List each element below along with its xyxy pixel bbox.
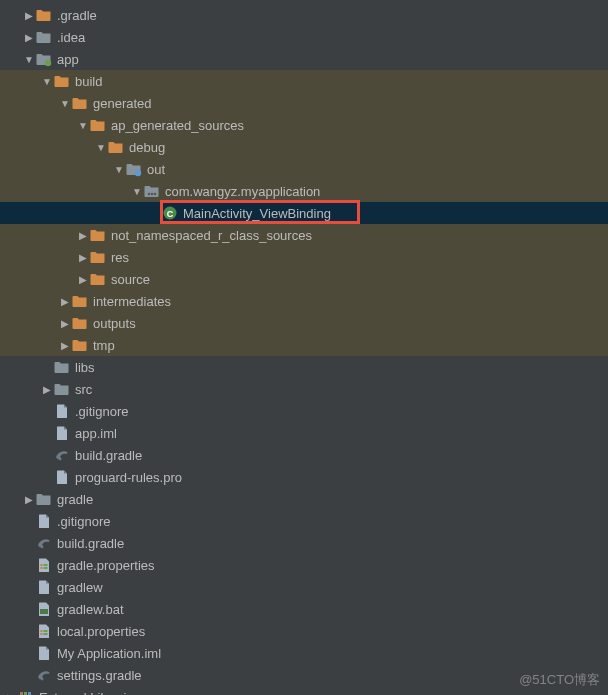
tree-item-label: settings.gradle	[57, 668, 142, 683]
tree-item-label: gradlew	[57, 580, 103, 595]
tree-item[interactable]: libs	[0, 356, 608, 378]
tree-item[interactable]: ▶.idea	[0, 26, 608, 48]
folder-orange-icon	[90, 117, 106, 133]
chevron-down-icon[interactable]: ▼	[58, 98, 72, 109]
folder-module-icon	[36, 51, 52, 67]
gradle-icon	[54, 447, 70, 463]
tree-item[interactable]: ▶tmp	[0, 334, 608, 356]
chevron-right-icon[interactable]: ▶	[4, 692, 18, 696]
chevron-down-icon[interactable]: ▼	[40, 76, 54, 87]
tree-item[interactable]: build.gradle	[0, 444, 608, 466]
svg-point-1	[135, 170, 141, 176]
folder-orange-icon	[72, 337, 88, 353]
project-tree: ▶.gradle▶.idea▼app▼build▼generated▼ap_ge…	[0, 0, 608, 695]
tree-item-label: src	[75, 382, 92, 397]
tree-item[interactable]: app.iml	[0, 422, 608, 444]
tree-item[interactable]: settings.gradle	[0, 664, 608, 686]
tree-item-label: build.gradle	[57, 536, 124, 551]
tree-item[interactable]: ▼generated	[0, 92, 608, 114]
chevron-down-icon[interactable]: ▼	[76, 120, 90, 131]
tree-item[interactable]: gradle.properties	[0, 554, 608, 576]
tree-item-label: MainActivity_ViewBinding	[183, 206, 331, 221]
file-bat-icon	[36, 601, 52, 617]
chevron-down-icon[interactable]: ▼	[130, 186, 144, 197]
watermark: @51CTO博客	[519, 671, 600, 689]
folder-orange-icon	[90, 249, 106, 265]
tree-item[interactable]: ▶.gradle	[0, 4, 608, 26]
tree-item[interactable]: ▶intermediates	[0, 290, 608, 312]
svg-rect-7	[41, 564, 43, 566]
tree-item[interactable]: ▼com.wangyz.myapplication	[0, 180, 608, 202]
chevron-right-icon[interactable]: ▶	[76, 230, 90, 241]
tree-item[interactable]: ▶source	[0, 268, 608, 290]
file-icon	[36, 513, 52, 529]
chevron-down-icon[interactable]: ▼	[22, 54, 36, 65]
tree-item-label: .gitignore	[75, 404, 128, 419]
tree-item[interactable]: ▼ap_generated_sources	[0, 114, 608, 136]
tree-item-label: not_namespaced_r_class_sources	[111, 228, 312, 243]
folder-gray-icon	[36, 29, 52, 45]
tree-item[interactable]: ▼build	[0, 70, 608, 92]
chevron-right-icon[interactable]: ▶	[22, 32, 36, 43]
tree-item[interactable]: .gitignore	[0, 400, 608, 422]
chevron-right-icon[interactable]: ▶	[58, 340, 72, 351]
folder-orange-icon	[90, 271, 106, 287]
tree-item-label: debug	[129, 140, 165, 155]
svg-point-3	[151, 193, 154, 196]
svg-point-2	[148, 193, 151, 196]
gradle-icon	[36, 667, 52, 683]
tree-item[interactable]: local.properties	[0, 620, 608, 642]
tree-item[interactable]: ▶External Libraries	[0, 686, 608, 695]
tree-item-label: ap_generated_sources	[111, 118, 244, 133]
folder-source-icon	[126, 161, 142, 177]
tree-item[interactable]: ▶outputs	[0, 312, 608, 334]
file-icon	[36, 645, 52, 661]
tree-item[interactable]: ▶src	[0, 378, 608, 400]
tree-item-label: local.properties	[57, 624, 145, 639]
chevron-right-icon[interactable]: ▶	[40, 384, 54, 395]
chevron-right-icon[interactable]: ▶	[76, 252, 90, 263]
chevron-right-icon[interactable]: ▶	[22, 494, 36, 505]
folder-orange-icon	[90, 227, 106, 243]
chevron-right-icon[interactable]: ▶	[58, 296, 72, 307]
folder-orange-icon	[36, 7, 52, 23]
tree-item[interactable]: ▼debug	[0, 136, 608, 158]
tree-item[interactable]: ▶not_namespaced_r_class_sources	[0, 224, 608, 246]
svg-point-4	[154, 193, 157, 196]
tree-item-label: source	[111, 272, 150, 287]
svg-rect-11	[40, 609, 48, 614]
tree-item-label: res	[111, 250, 129, 265]
tree-item-label: com.wangyz.myapplication	[165, 184, 320, 199]
chevron-down-icon[interactable]: ▼	[94, 142, 108, 153]
chevron-right-icon[interactable]: ▶	[58, 318, 72, 329]
tree-item[interactable]: proguard-rules.pro	[0, 466, 608, 488]
tree-item[interactable]: ▼app	[0, 48, 608, 70]
folder-gray-icon	[54, 359, 70, 375]
tree-item[interactable]: build.gradle	[0, 532, 608, 554]
tree-item-label: .gradle	[57, 8, 97, 23]
tree-item-label: External Libraries	[39, 690, 140, 696]
chevron-right-icon[interactable]: ▶	[22, 10, 36, 21]
svg-rect-15	[44, 633, 48, 635]
tree-item[interactable]: .gitignore	[0, 510, 608, 532]
tree-item-label: build	[75, 74, 102, 89]
tree-item[interactable]: ▶res	[0, 246, 608, 268]
tree-item-label: tmp	[93, 338, 115, 353]
chevron-right-icon[interactable]: ▶	[76, 274, 90, 285]
tree-item[interactable]: CMainActivity_ViewBinding	[0, 202, 608, 224]
chevron-down-icon[interactable]: ▼	[112, 164, 126, 175]
class-icon: C	[162, 205, 178, 221]
file-icon	[54, 469, 70, 485]
tree-item[interactable]: gradlew	[0, 576, 608, 598]
tree-item-label: libs	[75, 360, 95, 375]
tree-item[interactable]: My Application.iml	[0, 642, 608, 664]
folder-orange-icon	[72, 293, 88, 309]
tree-item-label: app.iml	[75, 426, 117, 441]
svg-point-0	[45, 60, 51, 66]
package-icon	[144, 183, 160, 199]
file-icon	[36, 579, 52, 595]
tree-item[interactable]: ▶gradle	[0, 488, 608, 510]
svg-text:C: C	[167, 209, 174, 219]
tree-item[interactable]: gradlew.bat	[0, 598, 608, 620]
tree-item[interactable]: ▼out	[0, 158, 608, 180]
